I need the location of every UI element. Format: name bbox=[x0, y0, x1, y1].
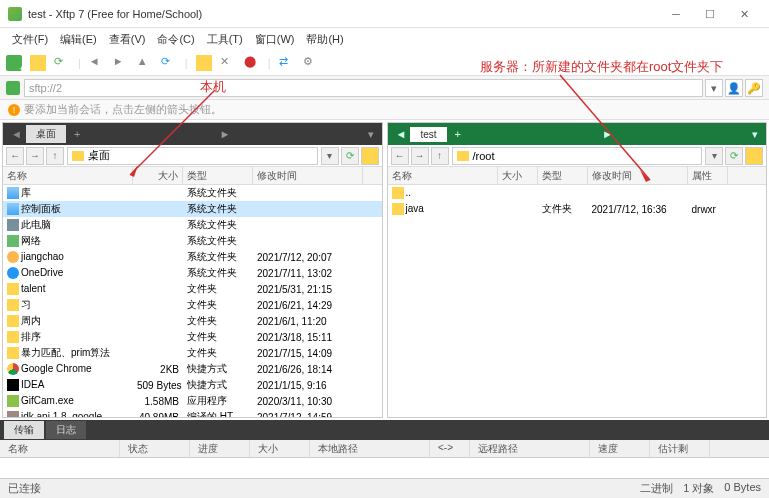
tab-log[interactable]: 日志 bbox=[46, 421, 86, 439]
reconnect-icon[interactable]: ⟳ bbox=[54, 55, 70, 71]
address-user-icon[interactable]: 👤 bbox=[725, 79, 743, 97]
menu-tools[interactable]: 工具(T) bbox=[201, 32, 249, 47]
close-button[interactable]: ✕ bbox=[727, 4, 761, 24]
col-name[interactable]: 名称 bbox=[3, 167, 133, 184]
addressbar: ▾ 👤 🔑 bbox=[0, 76, 769, 100]
col-size[interactable]: 大小 bbox=[133, 167, 183, 184]
tcol-localpath[interactable]: 本地路径 bbox=[310, 440, 430, 457]
tcol-size[interactable]: 大小 bbox=[250, 440, 310, 457]
local-forward[interactable]: → bbox=[26, 147, 44, 165]
col-type[interactable]: 类型 bbox=[183, 167, 253, 184]
local-tab[interactable]: 桌面 bbox=[26, 125, 66, 143]
menu-edit[interactable]: 编辑(E) bbox=[54, 32, 103, 47]
remote-up[interactable]: ↑ bbox=[431, 147, 449, 165]
file-row[interactable]: GifCam.exe1.58MB应用程序2020/3/11, 10:30 bbox=[3, 393, 382, 409]
file-type-icon bbox=[7, 219, 19, 231]
file-row[interactable]: 控制面板系统文件夹 bbox=[3, 201, 382, 217]
file-row[interactable]: .. bbox=[388, 185, 767, 201]
menu-window[interactable]: 窗口(W) bbox=[249, 32, 301, 47]
local-tab-next[interactable]: ► bbox=[215, 128, 234, 140]
col-size[interactable]: 大小 bbox=[498, 167, 538, 184]
address-dropdown[interactable]: ▾ bbox=[705, 79, 723, 97]
tab-prev[interactable]: ◄ bbox=[7, 128, 26, 140]
file-row[interactable]: 此电脑系统文件夹 bbox=[3, 217, 382, 233]
local-path-input[interactable]: 桌面 bbox=[67, 147, 318, 165]
back-icon[interactable]: ◄ bbox=[89, 55, 105, 71]
menu-command[interactable]: 命令(C) bbox=[151, 32, 200, 47]
forward-icon[interactable]: ► bbox=[113, 55, 129, 71]
remote-tab-menu[interactable]: ▾ bbox=[748, 128, 762, 141]
cell-name: GifCam.exe bbox=[3, 395, 133, 407]
file-type-icon bbox=[7, 235, 19, 247]
remote-path-dropdown[interactable]: ▾ bbox=[705, 147, 723, 165]
file-row[interactable]: 周内文件夹2021/6/1, 11:20 bbox=[3, 313, 382, 329]
col-type[interactable]: 类型 bbox=[538, 167, 588, 184]
local-file-list[interactable]: 库系统文件夹控制面板系统文件夹此电脑系统文件夹网络系统文件夹jiangchao系… bbox=[3, 185, 382, 417]
col-name[interactable]: 名称 bbox=[388, 167, 498, 184]
minimize-button[interactable]: ─ bbox=[659, 4, 693, 24]
menu-file[interactable]: 文件(F) bbox=[6, 32, 54, 47]
remote-refresh[interactable]: ⟳ bbox=[725, 147, 743, 165]
menu-view[interactable]: 查看(V) bbox=[103, 32, 152, 47]
remote-file-list[interactable]: ..java文件夹2021/7/12, 16:36drwxr bbox=[388, 185, 767, 417]
tcol-name[interactable]: 名称 bbox=[0, 440, 120, 457]
new-folder-icon[interactable] bbox=[196, 55, 212, 71]
sync-icon[interactable]: ⇄ bbox=[279, 55, 295, 71]
tcol-speed[interactable]: 速度 bbox=[590, 440, 650, 457]
tcol-direction[interactable]: <-> bbox=[430, 440, 470, 457]
local-back[interactable]: ← bbox=[6, 147, 24, 165]
open-icon[interactable] bbox=[30, 55, 46, 71]
local-tab-add[interactable]: + bbox=[68, 128, 86, 140]
delete-icon[interactable]: ✕ bbox=[220, 55, 236, 71]
maximize-button[interactable]: ☐ bbox=[693, 4, 727, 24]
up-icon[interactable]: ▲ bbox=[137, 55, 153, 71]
address-input[interactable] bbox=[24, 79, 703, 97]
file-type-icon bbox=[7, 203, 19, 215]
refresh-icon[interactable]: ⟳ bbox=[161, 55, 177, 71]
local-up[interactable]: ↑ bbox=[46, 147, 64, 165]
cell-type: 文件夹 bbox=[183, 346, 253, 360]
file-row[interactable]: talent文件夹2021/5/31, 21:15 bbox=[3, 281, 382, 297]
remote-tab[interactable]: test bbox=[410, 127, 446, 142]
file-row[interactable]: 排序文件夹2021/3/18, 15:11 bbox=[3, 329, 382, 345]
tcol-status[interactable]: 状态 bbox=[120, 440, 190, 457]
tab-prev[interactable]: ◄ bbox=[392, 128, 411, 140]
file-row[interactable]: 库系统文件夹 bbox=[3, 185, 382, 201]
protocol-icon bbox=[6, 81, 20, 95]
local-path-dropdown[interactable]: ▾ bbox=[321, 147, 339, 165]
tcol-progress[interactable]: 进度 bbox=[190, 440, 250, 457]
file-row[interactable]: jdk api 1.8_google...40.89MB编译的 HT...202… bbox=[3, 409, 382, 417]
file-row[interactable]: java文件夹2021/7/12, 16:36drwxr bbox=[388, 201, 767, 217]
local-newfolder[interactable] bbox=[361, 147, 379, 165]
menu-help[interactable]: 帮助(H) bbox=[300, 32, 349, 47]
remote-path-input[interactable]: /root bbox=[452, 147, 703, 165]
cell-size: 1.58MB bbox=[133, 396, 183, 407]
file-row[interactable]: 网络系统文件夹 bbox=[3, 233, 382, 249]
tab-transfer[interactable]: 传输 bbox=[4, 421, 44, 439]
remote-tab-add[interactable]: + bbox=[449, 128, 467, 140]
file-row[interactable]: IDEA509 Bytes快捷方式2021/1/15, 9:16 bbox=[3, 377, 382, 393]
new-session-icon[interactable]: + bbox=[6, 55, 22, 71]
tcol-eta[interactable]: 估计剩 bbox=[650, 440, 710, 457]
remote-newfolder[interactable] bbox=[745, 147, 763, 165]
file-row[interactable]: 暴力匹配、prim算法文件夹2021/7/15, 14:09 bbox=[3, 345, 382, 361]
local-tab-menu[interactable]: ▾ bbox=[364, 128, 378, 141]
cell-name: 网络 bbox=[3, 234, 133, 248]
tcol-remotepath[interactable]: 远程路径 bbox=[470, 440, 590, 457]
col-time[interactable]: 修改时间 bbox=[588, 167, 688, 184]
stop-icon[interactable]: ⬤ bbox=[244, 55, 260, 71]
remote-back[interactable]: ← bbox=[391, 147, 409, 165]
settings-icon[interactable]: ⚙ bbox=[303, 55, 319, 71]
file-row[interactable]: Google Chrome2KB快捷方式2021/6/26, 18:14 bbox=[3, 361, 382, 377]
file-row[interactable]: jiangchao系统文件夹2021/7/12, 20:07 bbox=[3, 249, 382, 265]
file-row[interactable]: OneDrive系统文件夹2021/7/11, 13:02 bbox=[3, 265, 382, 281]
col-attr[interactable]: 属性 bbox=[688, 167, 728, 184]
file-row[interactable]: 习文件夹2021/6/21, 14:29 bbox=[3, 297, 382, 313]
address-key-icon[interactable]: 🔑 bbox=[745, 79, 763, 97]
cell-time: 2021/7/12, 14:59 bbox=[253, 412, 363, 418]
cell-type: 文件夹 bbox=[183, 330, 253, 344]
remote-tab-next[interactable]: ► bbox=[598, 128, 617, 140]
col-time[interactable]: 修改时间 bbox=[253, 167, 363, 184]
local-refresh[interactable]: ⟳ bbox=[341, 147, 359, 165]
remote-forward[interactable]: → bbox=[411, 147, 429, 165]
